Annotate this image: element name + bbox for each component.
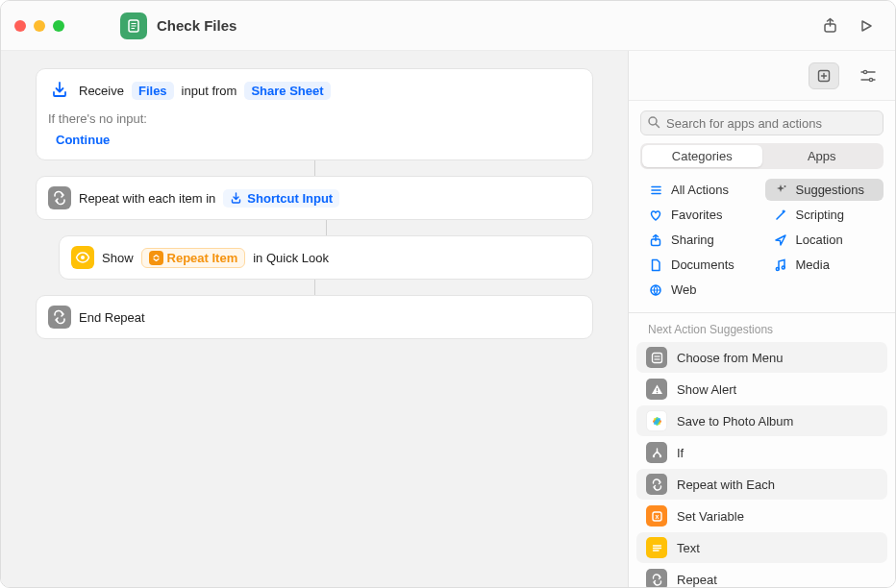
tab-categories[interactable]: Categories [642,145,762,167]
category-label: Suggestions [796,183,865,197]
no-input-label: If there's no input: [48,111,581,126]
continue-button[interactable]: Continue [48,130,117,150]
connector-line [314,280,315,295]
category-label: Web [671,282,697,297]
suggestion-label: Text [677,541,700,555]
svg-line-16 [656,124,660,128]
traffic-lights [14,20,64,32]
settings-button[interactable] [853,62,884,89]
photos-icon [646,410,667,431]
suggestion-if[interactable]: If [636,437,887,468]
suggestions-header: Next Action Suggestions [629,319,895,342]
share-sheet-token[interactable]: Share Sheet [244,82,330,100]
web-icon [648,283,663,297]
svg-point-30 [656,391,658,393]
search-input[interactable] [640,110,884,135]
suggestion-label: Set Variable [677,509,744,524]
quick-look-action[interactable]: Show Repeat Item in Quick Look [59,235,593,280]
repeat-item-variable[interactable]: Repeat Item [141,248,246,268]
category-label: All Actions [671,183,729,197]
wand-icon [773,208,788,222]
suggestion-label: If [677,446,684,460]
suggestion-label: Repeat with Each [677,478,775,492]
receive-label: Receive [79,84,124,98]
end-repeat-label: End Repeat [79,310,145,325]
alert-icon [646,379,667,400]
branch-icon [646,442,667,463]
repeat-action[interactable]: Repeat with each item in Shortcut Input [36,176,593,220]
suggestion-label: Show Alert [677,382,736,397]
category-web[interactable]: Web [640,279,759,301]
category-favorites[interactable]: Favorites [640,204,759,226]
text-icon [646,537,667,558]
category-label: Sharing [671,233,714,247]
repeat-icon [48,306,71,329]
category-suggestions[interactable]: Suggestions [765,179,884,201]
repeat-icon [48,186,71,209]
svg-point-36 [659,454,660,456]
shortcut-input-variable[interactable]: Shortcut Input [223,189,339,208]
suggestion-label: Repeat [677,573,717,587]
shortcut-app-icon [120,12,147,39]
variable-icon: x [646,505,667,527]
quick-look-suffix-label: in Quick Look [253,251,329,265]
suggestion-save-photo-album[interactable]: Save to Photo Album [636,405,887,436]
category-label: Scripting [796,208,845,222]
category-documents[interactable]: Documents [640,254,759,276]
input-icon [48,79,71,102]
divider [629,312,895,313]
receive-input-action[interactable]: Receive Files input from Share Sheet If … [36,68,593,160]
category-sharing[interactable]: Sharing [640,229,759,251]
category-label: Media [796,257,830,272]
action-library-sidebar: Categories Apps All Actions Suggestions … [628,51,895,587]
repeat-label: Repeat with each item in [79,191,215,206]
svg-point-35 [652,454,654,456]
variable-icon [149,251,163,265]
music-icon [773,258,788,272]
location-icon [773,233,788,247]
list-icon [648,184,663,197]
connector-line [314,160,315,176]
svg-point-23 [776,267,779,270]
suggestions-list: Choose from Menu Show Alert Save to Phot… [629,342,895,587]
share-icon [648,233,663,247]
share-button[interactable] [814,12,845,39]
category-all-actions[interactable]: All Actions [640,179,759,201]
library-toolbar [629,51,895,101]
end-repeat-action[interactable]: End Repeat [36,295,593,339]
suggestion-show-alert[interactable]: Show Alert [636,374,887,404]
quick-look-icon [71,246,94,269]
svg-point-24 [782,266,784,269]
files-token[interactable]: Files [132,82,174,100]
app-window: Check Files Receive Files input from Sha… [0,0,896,588]
run-button[interactable] [851,12,882,39]
repeat-icon [646,474,667,495]
suggestion-choose-from-menu[interactable]: Choose from Menu [636,342,887,373]
show-label: Show [102,251,134,265]
document-icon [648,258,663,272]
library-toggle-button[interactable] [809,62,839,89]
minimize-window-button[interactable] [34,20,45,32]
zoom-window-button[interactable] [53,20,64,32]
search-icon [647,115,660,129]
workflow-editor[interactable]: Receive Files input from Share Sheet If … [1,51,628,587]
suggestion-repeat-each[interactable]: Repeat with Each [636,469,887,500]
category-scripting[interactable]: Scripting [765,204,884,226]
suggestion-repeat[interactable]: Repeat [636,564,887,587]
window-title: Check Files [157,17,236,34]
library-segment-control: Categories Apps [640,143,884,169]
heart-icon [648,208,663,222]
suggestion-set-variable[interactable]: x Set Variable [636,501,887,531]
repeat-item-label: Repeat Item [167,251,238,265]
category-location[interactable]: Location [765,229,884,251]
tab-apps[interactable]: Apps [762,145,883,167]
search-field-container [640,110,884,135]
category-label: Favorites [671,208,722,222]
titlebar: Check Files [1,1,895,51]
input-from-label: input from [182,84,237,98]
svg-text:x: x [655,513,659,520]
close-window-button[interactable] [14,20,26,32]
repeat-icon [646,569,667,587]
suggestion-text[interactable]: Text [636,532,887,563]
category-media[interactable]: Media [765,254,884,276]
